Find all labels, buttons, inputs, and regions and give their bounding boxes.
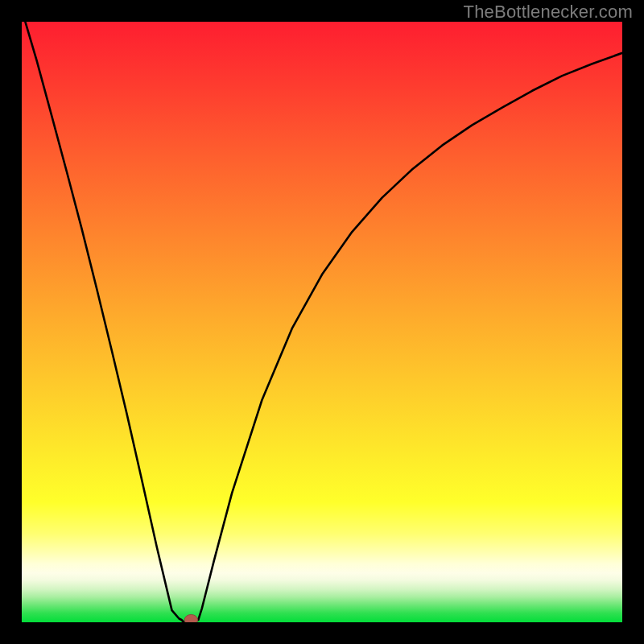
watermark-text: TheBottlenecker.com [464, 2, 633, 23]
plot-area [22, 22, 622, 622]
curve-path [22, 22, 622, 622]
chart-frame: TheBottlenecker.com [0, 0, 644, 644]
curve-minimum-marker [184, 614, 197, 622]
bottleneck-curve [22, 22, 622, 622]
